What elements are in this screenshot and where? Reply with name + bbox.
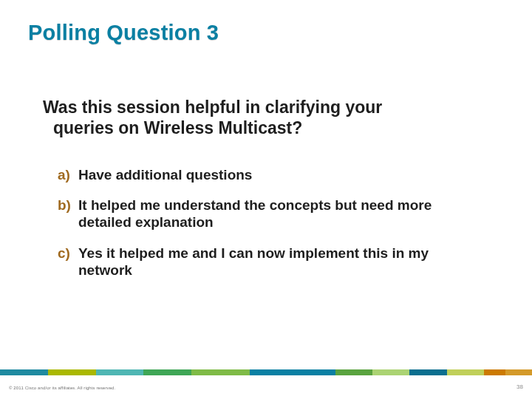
option-c: c) Yes it helped me and I can now implem…	[58, 245, 482, 279]
bar-segment	[372, 369, 409, 375]
bar-segment	[143, 369, 191, 375]
footer-accent-bar	[0, 369, 532, 375]
option-b: b) It helped me understand the concepts …	[58, 197, 482, 231]
bar-segment	[484, 369, 505, 375]
slide: Polling Question 3 Was this session help…	[0, 0, 532, 399]
bar-segment	[447, 369, 484, 375]
option-marker: b)	[58, 197, 78, 214]
bar-segment	[409, 369, 446, 375]
option-marker: a)	[58, 166, 78, 183]
option-text: Yes it helped me and I can now implement…	[78, 245, 482, 279]
bar-segment	[335, 369, 372, 375]
copyright-text: © 2011 Cisco and/or its affiliates. All …	[9, 386, 115, 390]
option-text: Have additional questions	[78, 166, 252, 183]
bar-segment	[191, 369, 250, 375]
question-line-2: queries on Wireless Multicast?	[43, 117, 489, 138]
bar-segment	[0, 369, 48, 375]
question-line-1: Was this session helpful in clarifying y…	[43, 98, 382, 117]
bar-segment	[96, 369, 144, 375]
slide-title: Polling Question 3	[28, 21, 504, 45]
page-number: 38	[516, 383, 523, 390]
bar-segment	[505, 369, 532, 375]
bar-segment	[48, 369, 96, 375]
option-a: a) Have additional questions	[58, 166, 482, 183]
bar-segment	[250, 369, 335, 375]
poll-question: Was this session helpful in clarifying y…	[43, 97, 504, 138]
option-text: It helped me understand the concepts but…	[78, 197, 482, 231]
poll-options: a) Have additional questions b) It helpe…	[58, 166, 504, 279]
option-marker: c)	[58, 245, 78, 262]
